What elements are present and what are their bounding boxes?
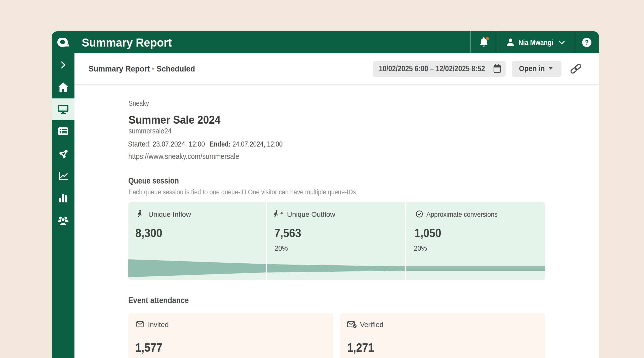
svg-text:?: ?	[585, 39, 589, 46]
